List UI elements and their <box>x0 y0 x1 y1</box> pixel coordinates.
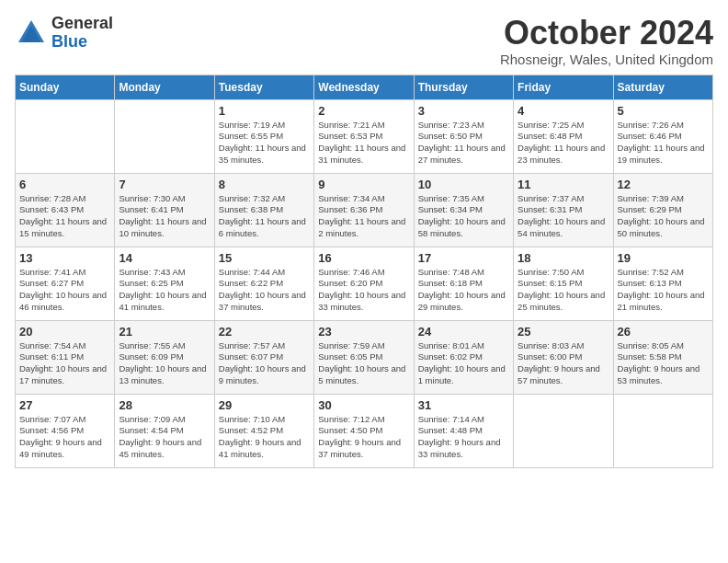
day-number: 7 <box>119 178 210 191</box>
calendar-cell: 1Sunrise: 7:19 AMSunset: 6:55 PMDaylight… <box>214 99 313 173</box>
calendar-cell: 7Sunrise: 7:30 AMSunset: 6:41 PMDaylight… <box>115 173 214 247</box>
day-info: Sunrise: 7:30 AMSunset: 6:41 PMDaylight:… <box>119 193 210 240</box>
day-info: Sunrise: 7:19 AMSunset: 6:55 PMDaylight:… <box>219 120 310 167</box>
daylight-text: Daylight: 10 hours and 1 minute. <box>418 363 506 385</box>
calendar-cell: 22Sunrise: 7:57 AMSunset: 6:07 PMDayligh… <box>214 320 313 394</box>
day-info: Sunrise: 8:01 AMSunset: 6:02 PMDaylight:… <box>418 340 509 387</box>
daylight-text: Daylight: 10 hours and 37 minutes. <box>219 290 306 312</box>
sunrise-text: Sunrise: 7:21 AM <box>318 120 384 130</box>
sunset-text: Sunset: 6:36 PM <box>318 204 382 214</box>
day-info: Sunrise: 7:52 AMSunset: 6:13 PMDaylight:… <box>618 267 709 314</box>
day-number: 24 <box>418 325 509 339</box>
daylight-text: Daylight: 10 hours and 21 minutes. <box>618 290 705 312</box>
sunrise-text: Sunrise: 7:59 AM <box>318 340 384 350</box>
daylight-text: Daylight: 9 hours and 49 minutes. <box>19 437 102 459</box>
sunset-text: Sunset: 6:09 PM <box>119 351 183 362</box>
day-number: 12 <box>618 178 709 191</box>
sunset-text: Sunset: 6:00 PM <box>518 351 582 362</box>
daylight-text: Daylight: 11 hours and 2 minutes. <box>318 216 405 238</box>
calendar-cell: 8Sunrise: 7:32 AMSunset: 6:38 PMDaylight… <box>214 173 313 247</box>
daylight-text: Daylight: 10 hours and 29 minutes. <box>418 290 506 312</box>
sunrise-text: Sunrise: 7:43 AM <box>119 267 185 277</box>
day-info: Sunrise: 7:09 AMSunset: 4:54 PMDaylight:… <box>119 414 210 461</box>
calendar-cell: 29Sunrise: 7:10 AMSunset: 4:52 PMDayligh… <box>214 394 313 467</box>
day-info: Sunrise: 8:05 AMSunset: 5:58 PMDaylight:… <box>618 340 709 387</box>
day-number: 9 <box>318 178 409 191</box>
day-number: 26 <box>618 325 709 339</box>
calendar-cell: 13Sunrise: 7:41 AMSunset: 6:27 PMDayligh… <box>16 247 115 320</box>
daylight-text: Daylight: 10 hours and 25 minutes. <box>518 290 605 312</box>
sunset-text: Sunset: 6:15 PM <box>518 278 582 288</box>
daylight-text: Daylight: 10 hours and 5 minutes. <box>318 363 405 385</box>
calendar-cell: 10Sunrise: 7:35 AMSunset: 6:34 PMDayligh… <box>414 173 513 247</box>
calendar-cell: 25Sunrise: 8:03 AMSunset: 6:00 PMDayligh… <box>514 320 613 394</box>
daylight-text: Daylight: 9 hours and 41 minutes. <box>219 437 301 459</box>
day-info: Sunrise: 7:41 AMSunset: 6:27 PMDaylight:… <box>19 267 110 314</box>
logo-text: General Blue <box>51 15 113 52</box>
sunset-text: Sunset: 6:18 PM <box>418 278 483 288</box>
daylight-text: Daylight: 10 hours and 17 minutes. <box>19 363 107 385</box>
daylight-text: Daylight: 10 hours and 13 minutes. <box>119 363 206 385</box>
sunrise-text: Sunrise: 8:01 AM <box>418 340 484 350</box>
day-info: Sunrise: 7:26 AMSunset: 6:46 PMDaylight:… <box>618 120 709 167</box>
sunrise-text: Sunrise: 7:41 AM <box>19 267 85 277</box>
day-info: Sunrise: 7:43 AMSunset: 6:25 PMDaylight:… <box>119 267 210 314</box>
calendar-cell: 5Sunrise: 7:26 AMSunset: 6:46 PMDaylight… <box>613 99 712 173</box>
sunrise-text: Sunrise: 7:14 AM <box>418 414 484 424</box>
day-info: Sunrise: 7:23 AMSunset: 6:50 PMDaylight:… <box>418 120 509 167</box>
sunrise-text: Sunrise: 7:54 AM <box>19 340 85 350</box>
sunrise-text: Sunrise: 7:32 AM <box>219 193 285 203</box>
sunset-text: Sunset: 6:50 PM <box>418 131 483 141</box>
calendar-cell: 21Sunrise: 7:55 AMSunset: 6:09 PMDayligh… <box>115 320 214 394</box>
sunrise-text: Sunrise: 7:19 AM <box>219 120 285 130</box>
calendar-cell: 18Sunrise: 7:50 AMSunset: 6:15 PMDayligh… <box>514 247 613 320</box>
daylight-text: Daylight: 10 hours and 33 minutes. <box>318 290 405 312</box>
calendar-cell: 31Sunrise: 7:14 AMSunset: 4:48 PMDayligh… <box>414 394 513 467</box>
sunrise-text: Sunrise: 7:09 AM <box>119 414 185 424</box>
sunset-text: Sunset: 6:02 PM <box>418 351 483 362</box>
day-number: 14 <box>119 251 210 265</box>
sunset-text: Sunset: 4:52 PM <box>219 425 283 435</box>
sunset-text: Sunset: 6:11 PM <box>19 351 84 362</box>
sunset-text: Sunset: 6:41 PM <box>119 204 183 214</box>
daylight-text: Daylight: 11 hours and 27 minutes. <box>418 143 506 165</box>
sunrise-text: Sunrise: 7:30 AM <box>119 193 185 203</box>
calendar-week-5: 27Sunrise: 7:07 AMSunset: 4:56 PMDayligh… <box>16 394 713 467</box>
sunset-text: Sunset: 6:48 PM <box>518 131 582 141</box>
calendar-week-4: 20Sunrise: 7:54 AMSunset: 6:11 PMDayligh… <box>16 320 713 394</box>
day-number: 13 <box>19 251 110 265</box>
daylight-text: Daylight: 10 hours and 46 minutes. <box>19 290 107 312</box>
day-number: 1 <box>219 104 310 118</box>
calendar-cell: 17Sunrise: 7:48 AMSunset: 6:18 PMDayligh… <box>414 247 513 320</box>
sunrise-text: Sunrise: 7:48 AM <box>418 267 484 277</box>
day-number: 4 <box>518 104 609 118</box>
title-block: October 2024 Rhosneigr, Wales, United Ki… <box>500 15 713 67</box>
day-info: Sunrise: 7:32 AMSunset: 6:38 PMDaylight:… <box>219 193 310 240</box>
day-number: 25 <box>518 325 609 339</box>
day-info: Sunrise: 7:14 AMSunset: 4:48 PMDaylight:… <box>418 414 509 461</box>
calendar-week-2: 6Sunrise: 7:28 AMSunset: 6:43 PMDaylight… <box>16 173 713 247</box>
day-number: 5 <box>618 104 709 118</box>
daylight-text: Daylight: 10 hours and 54 minutes. <box>518 216 605 238</box>
daylight-text: Daylight: 11 hours and 23 minutes. <box>518 143 605 165</box>
header-wednesday: Wednesday <box>314 75 414 99</box>
calendar-cell <box>514 394 613 467</box>
header: General Blue October 2024 Rhosneigr, Wal… <box>15 15 713 67</box>
header-saturday: Saturday <box>613 75 712 99</box>
day-number: 27 <box>19 398 110 412</box>
calendar-cell: 30Sunrise: 7:12 AMSunset: 4:50 PMDayligh… <box>314 394 414 467</box>
calendar-cell: 28Sunrise: 7:09 AMSunset: 4:54 PMDayligh… <box>115 394 214 467</box>
page: General Blue October 2024 Rhosneigr, Wal… <box>0 0 728 483</box>
sunrise-text: Sunrise: 7:35 AM <box>418 193 484 203</box>
calendar-cell: 4Sunrise: 7:25 AMSunset: 6:48 PMDaylight… <box>514 99 613 173</box>
sunrise-text: Sunrise: 7:52 AM <box>618 267 684 277</box>
day-info: Sunrise: 7:37 AMSunset: 6:31 PMDaylight:… <box>518 193 609 240</box>
sunset-text: Sunset: 4:56 PM <box>19 425 84 435</box>
location-subtitle: Rhosneigr, Wales, United Kingdom <box>500 52 713 67</box>
sunrise-text: Sunrise: 7:34 AM <box>318 193 384 203</box>
sunset-text: Sunset: 6:20 PM <box>318 278 382 288</box>
day-info: Sunrise: 7:12 AMSunset: 4:50 PMDaylight:… <box>318 414 409 461</box>
day-info: Sunrise: 7:28 AMSunset: 6:43 PMDaylight:… <box>19 193 110 240</box>
calendar-cell <box>16 99 115 173</box>
daylight-text: Daylight: 11 hours and 10 minutes. <box>119 216 206 238</box>
